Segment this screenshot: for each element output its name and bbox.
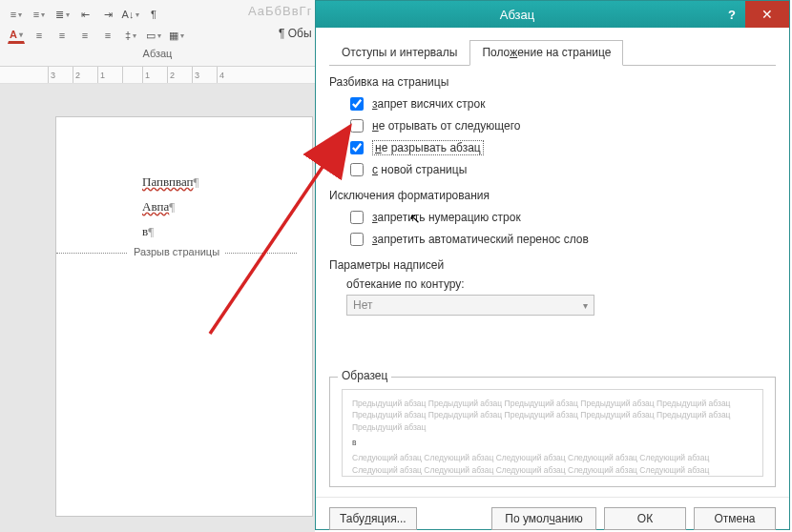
line-spacing-icon[interactable]: ‡ <box>122 27 139 44</box>
checkbox-suppress-line[interactable] <box>350 211 364 224</box>
opt-keep-with-next[interactable]: не отрывать от следующего <box>346 116 776 135</box>
section-formatting-exceptions-title: Исключения форматирования <box>329 189 776 202</box>
preview-groupbox: Образец Предыдущий абзац Предыдущий абза… <box>329 377 776 487</box>
justify-icon[interactable]: ≡ <box>99 27 116 44</box>
sort-icon[interactable]: A↓ <box>122 6 139 23</box>
ribbon-paragraph-group: ≡ ≡ ≣ ⇤ ⇥ A↓ ¶ A ≡ ≡ ≡ ≡ ‡ ▭ ▦ Абзац АаБ… <box>0 0 315 67</box>
styles-gallery-blur: АаБбВвГг АаБбВвГг <box>248 4 315 18</box>
checkbox-widow[interactable] <box>350 97 364 111</box>
doc-line-1[interactable]: Папвпвап¶ <box>142 174 297 190</box>
checkbox-keep-next[interactable] <box>350 119 364 133</box>
help-button[interactable]: ? <box>719 1 745 28</box>
checkbox-keep-together[interactable] <box>350 141 364 154</box>
align-center-icon[interactable]: ≡ <box>53 27 71 44</box>
increase-indent-icon[interactable]: ⇥ <box>99 6 116 23</box>
horizontal-ruler[interactable]: 3 2 1 1 2 3 4 <box>0 67 315 84</box>
document-page[interactable]: Папвпвап¶ Авпа¶ в¶ Разрыв страницы <box>55 116 313 517</box>
checkbox-suppress-hyphen[interactable] <box>350 233 364 246</box>
align-left-icon[interactable]: ≡ <box>31 27 48 44</box>
wrap-label: обтекание по контуру: <box>329 277 776 291</box>
ok-button[interactable]: ОК <box>604 507 686 530</box>
numbering-icon[interactable]: ≡ <box>31 6 48 23</box>
tab-indents[interactable]: Отступы и интервалы <box>329 40 469 66</box>
wrap-select-value: Нет <box>353 298 372 312</box>
bullets-icon[interactable]: ≡ <box>8 6 25 23</box>
ribbon-normal-style: ¶ Обы <box>279 27 312 40</box>
opt-page-break-before[interactable]: с новой страницы <box>346 160 776 179</box>
page-break-indicator: Разрыв страницы <box>56 253 297 267</box>
shading-icon[interactable]: ▭ <box>145 27 162 44</box>
preview-content: Предыдущий абзац Предыдущий абзац Предыд… <box>342 389 763 477</box>
doc-line-2[interactable]: Авпа¶ <box>142 199 297 215</box>
section-textbox-title: Параметры надписей <box>329 258 776 272</box>
borders-icon[interactable]: ▦ <box>168 27 185 44</box>
dialog-title: Абзац <box>316 8 719 22</box>
chevron-down-icon: ▾ <box>583 300 588 311</box>
cancel-button[interactable]: Отмена <box>694 507 776 530</box>
section-pagination-title: Разбивка на страницы <box>329 75 776 89</box>
opt-keep-lines-together[interactable]: не разрывать абзац <box>346 138 776 157</box>
opt-suppress-hyphenation[interactable]: запретить автоматический перенос слов <box>346 230 776 249</box>
close-button[interactable]: ✕ <box>745 1 789 28</box>
doc-line-3[interactable]: в¶ <box>142 224 297 239</box>
ribbon-group-label: Абзац <box>8 48 307 59</box>
multilevel-icon[interactable]: ≣ <box>53 6 71 23</box>
document-area: Папвпвап¶ Авпа¶ в¶ Разрыв страницы <box>0 84 315 532</box>
close-icon: ✕ <box>761 7 773 22</box>
opt-widow-control[interactable]: запрет висячих строк <box>346 94 776 113</box>
dialog-tabs: Отступы и интервалы Положение на страниц… <box>329 39 776 66</box>
tabs-button[interactable]: Табуляция... <box>329 507 417 530</box>
show-pilcrow-icon[interactable]: ¶ <box>145 6 162 23</box>
dialog-button-row: Табуляция... По умолчанию ОК Отмена <box>316 497 789 532</box>
dialog-titlebar[interactable]: Абзац ? ✕ <box>316 1 789 28</box>
wrap-select[interactable]: Нет ▾ <box>346 295 594 316</box>
opt-suppress-line-numbers[interactable]: запретить нумерацию строк ↖ <box>346 208 776 227</box>
paragraph-dialog: Абзац ? ✕ Отступы и интервалы Положение … <box>315 0 790 530</box>
default-button[interactable]: По умолчанию <box>491 507 596 530</box>
tab-position[interactable]: Положение на странице <box>469 40 623 66</box>
checkbox-page-before[interactable] <box>350 163 364 176</box>
decrease-indent-icon[interactable]: ⇤ <box>76 6 94 23</box>
font-color-icon[interactable]: A <box>8 27 25 44</box>
preview-label: Образец <box>338 369 391 382</box>
align-right-icon[interactable]: ≡ <box>76 27 94 44</box>
